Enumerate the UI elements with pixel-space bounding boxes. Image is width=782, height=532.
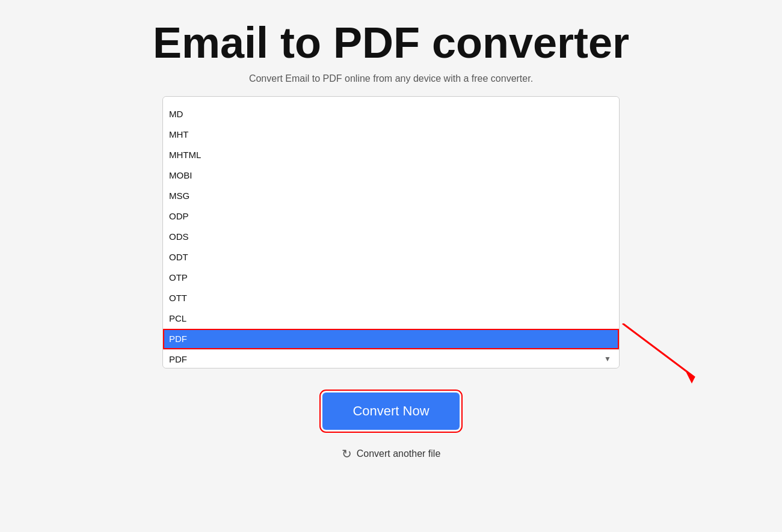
format-dropdown-list[interactable]: HTMHTMLICOJ2KJFIFJP2JPEGJPGMDMHTMHTMLMOB… <box>163 97 619 349</box>
list-item[interactable]: MSG <box>163 186 619 206</box>
converter-wrapper: HTMHTMLICOJ2KJFIFJP2JPEGJPGMDMHTMHTMLMOB… <box>162 96 620 368</box>
list-item[interactable]: ODT <box>163 247 619 268</box>
list-item[interactable]: OTT <box>163 288 619 308</box>
list-item[interactable]: ODS <box>163 227 619 247</box>
annotation-arrow <box>617 323 713 402</box>
list-item[interactable]: ODP <box>163 206 619 227</box>
refresh-icon: ↻ <box>342 447 352 461</box>
list-item[interactable]: JPG <box>163 97 619 104</box>
page-subtitle: Convert Email to PDF online from any dev… <box>249 73 533 84</box>
page-title: Email to PDF converter <box>153 18 629 67</box>
select-bottom-row[interactable]: PDF ▼ <box>163 349 619 368</box>
list-item[interactable]: OTP <box>163 268 619 288</box>
list-item[interactable]: PCL <box>163 308 619 329</box>
dropdown-arrow-icon: ▼ <box>602 353 613 364</box>
dropdown-open-area: HTMHTMLICOJ2KJFIFJP2JPEGJPGMDMHTMHTMLMOB… <box>163 97 619 349</box>
selected-value-label: PDF <box>169 354 602 364</box>
list-item[interactable]: MOBI <box>163 165 619 186</box>
convert-another-label: Convert another file <box>357 448 441 459</box>
convert-another-link[interactable]: ↻ Convert another file <box>342 447 441 461</box>
main-section: HTMHTMLICOJ2KJFIFJP2JPEGJPGMDMHTMHTMLMOB… <box>0 96 782 461</box>
converter-area: HTMHTMLICOJ2KJFIFJP2JPEGJPGMDMHTMHTMLMOB… <box>162 96 620 368</box>
list-item[interactable]: MHTML <box>163 145 619 165</box>
svg-line-0 <box>623 323 695 378</box>
list-item[interactable]: MHT <box>163 124 619 145</box>
list-item[interactable]: MD <box>163 104 619 124</box>
convert-now-button[interactable]: Convert Now <box>322 393 459 430</box>
list-item[interactable]: PDF <box>163 329 619 349</box>
